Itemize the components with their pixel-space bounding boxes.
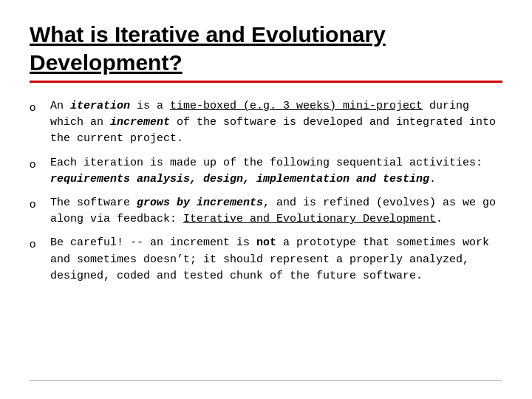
emphasis-ied: Iterative and Evolutionary Development (183, 213, 436, 225)
title-section: What is Iterative and Evolutionary Devel… (30, 21, 502, 90)
bullet-text-2: Each iteration is made up of the followi… (50, 155, 502, 188)
slide-title: What is Iterative and Evolutionary Devel… (30, 21, 502, 76)
emphasis-grows: grows by increments (137, 197, 263, 209)
bullet-text-4: Be careful! -- an increment is not a pro… (50, 235, 502, 284)
emphasis-not: not (256, 236, 276, 249)
bottom-divider (30, 380, 502, 381)
bullet-marker: o (30, 98, 50, 115)
bullet-marker: o (30, 155, 50, 172)
emphasis-iteration: iteration (70, 100, 130, 112)
list-item: o An iteration is a time-boxed (e.g. 3 w… (30, 95, 502, 151)
list-item: o Each iteration is made up of the follo… (30, 151, 502, 191)
title-divider (30, 81, 502, 83)
emphasis-increment: increment (110, 116, 170, 129)
content-area: o An iteration is a time-boxed (e.g. 3 w… (30, 95, 502, 380)
emphasis-timeboxed: time-boxed (e.g. 3 weeks) mini-project (170, 100, 423, 112)
bullet-text-3: The software grows by increments, and is… (50, 195, 502, 228)
bullet-marker: o (30, 235, 50, 252)
emphasis-activities: requirements analysis, design, implement… (50, 173, 429, 185)
list-item: o Be careful! -- an increment is not a p… (30, 231, 502, 288)
bullet-marker: o (30, 195, 50, 212)
bullet-text-1: An iteration is a time-boxed (e.g. 3 wee… (50, 98, 502, 148)
slide: What is Iterative and Evolutionary Devel… (0, 0, 532, 399)
list-item: o The software grows by increments, and … (30, 191, 502, 231)
